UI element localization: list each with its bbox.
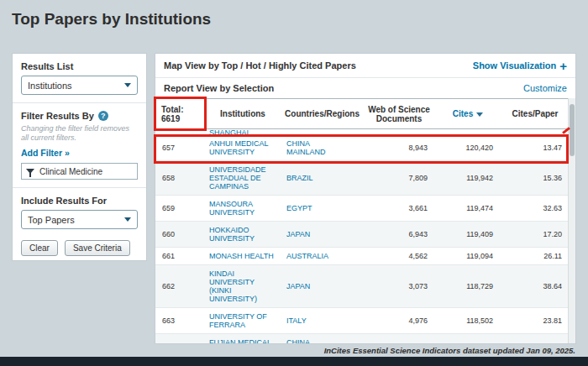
documents-cell: 4,562 [363,248,435,265]
col-institutions[interactable]: Institutions [204,99,281,129]
map-view-title: Map View by Top / Hot / Highly Cited Pap… [164,60,356,71]
divider [13,102,146,103]
institution-link[interactable]: HOKKAIDO UNIVERSITY [204,222,281,248]
cites-cell: 120,420 [435,135,501,161]
include-results-label: Include Results For [21,196,138,206]
customize-link[interactable]: Customize [523,83,567,93]
cites-per-paper-cell: 15.36 [501,161,568,196]
country-link[interactable]: AUSTRALIA [281,248,363,265]
main-panel: Map View by Top / Hot / Highly Cited Pap… [155,53,576,344]
page: Top Papers by Institutions Results List … [0,0,588,366]
institution-link[interactable]: MANSOURA UNIVERSITY [204,196,281,222]
cites-cell: 118,502 [435,308,501,334]
col-cites[interactable]: Cites [435,99,501,129]
institution-link[interactable]: ANHUI MEDICAL UNIVERSITY [204,135,281,161]
table-row-664: 664 FUJIAN MEDICAL UNIVERSITY CHINA MAIN… [155,334,568,344]
documents-cell [363,129,435,136]
country-link[interactable]: CHINA MAINLAND [281,334,363,344]
rank-cell: 658 [155,161,204,196]
documents-cell: 11,512 [363,334,435,344]
table-header-row: Total: 6619 Institutions Countries/Regio… [155,99,568,129]
report-view-bar: Report View by Selection Customize [155,78,575,98]
results-table-wrap: Total: 6619 Institutions Countries/Regio… [155,98,568,343]
show-visualization-label: Show Visualization [473,60,556,71]
col-cites-per-paper[interactable]: Cites/Paper [501,99,568,129]
country-link[interactable]: BRAZIL [281,161,363,196]
institution-link[interactable]: FUJIAN MEDICAL UNIVERSITY [204,334,281,344]
rank-cell: 660 [155,222,204,248]
table-row-660: 660 HOKKAIDO UNIVERSITY JAPAN 6,943 119,… [155,222,568,248]
report-view-title: Report View by Selection [164,83,274,93]
help-icon[interactable]: ? [98,111,108,121]
results-table: Total: 6619 Institutions Countries/Regio… [155,98,568,343]
table-row-661: 661 MONASH HEALTH AUSTRALIA 4,562 119,09… [155,248,568,265]
show-visualization-link[interactable]: Show Visualization + [473,59,567,73]
chevron-down-icon [124,83,131,87]
save-criteria-button[interactable]: Save Criteria [65,240,130,256]
sort-desc-icon [476,112,483,117]
col-wos-documents[interactable]: Web of Science Documents [363,99,435,129]
table-scrollbar[interactable] [568,98,575,343]
cites-per-paper-cell: 32.63 [501,196,568,222]
dataset-update-note: InCites Essential Science Indicators dat… [324,346,575,355]
filter-by-row: Filter Results By ? [21,111,138,121]
bottom-bar [0,357,588,366]
partial-row: SHANGHAI... [155,129,568,136]
clear-button[interactable]: Clear [21,240,58,256]
rank-cell: 659 [155,196,204,222]
country-link[interactable]: ITALY [281,308,363,334]
results-list-value: Institutions [28,81,72,91]
page-title: Top Papers by Institutions [12,10,211,29]
include-results-select[interactable]: Top Papers [21,210,138,229]
rank-cell: 664 [155,334,204,344]
sidebar: Results List Institutions Filter Results… [12,53,147,261]
country-link[interactable]: JAPAN [281,222,363,248]
table-row-663: 663 UNIVERSITY OF FERRARA ITALY 4,976 11… [155,308,568,334]
documents-cell: 7,809 [363,161,435,196]
filter-by-label: Filter Results By [21,111,94,121]
documents-cell: 8,943 [363,135,435,161]
col-countries-regions[interactable]: Countries/Regions [281,99,363,129]
filter-icon [26,169,34,174]
country-link[interactable]: CHINA MAINLAND [281,135,363,161]
include-results-value: Top Papers [28,215,75,225]
institution-link[interactable]: MONASH HEALTH [204,248,281,265]
filter-note: Changing the filter field removes all cu… [21,124,138,143]
rank-cell: 661 [155,248,204,265]
institution-link[interactable]: KINDAI UNIVERSITY (KINKI UNIVERSITY) [204,265,281,308]
map-view-bar: Map View by Top / Hot / Highly Cited Pap… [155,54,575,78]
cites-per-paper-cell: 23.81 [501,308,568,334]
country-link[interactable]: JAPAN [281,265,363,308]
institution-link[interactable]: SHANGHAI... [204,129,281,136]
total-value: 6619 [161,114,201,123]
total-label: Total: [161,105,201,114]
cites-cell [435,129,501,136]
cites-cell: 118,729 [435,265,501,308]
scrollbar-thumb[interactable] [570,104,575,156]
country-link[interactable]: EGYPT [281,196,363,222]
country-cell [281,129,363,136]
rank-cell [155,129,204,136]
active-filter[interactable]: Clinical Medicine [21,163,138,180]
institution-link[interactable]: UNIVERSIDADE ESTADUAL DE CAMPINAS [204,161,281,196]
divider [13,187,146,188]
cites-per-paper-cell: 26.11 [501,248,568,265]
cites-header-label: Cites [453,109,473,118]
rank-cell: 663 [155,308,204,334]
results-list-select[interactable]: Institutions [21,76,138,95]
table-row-657: 657 ANHUI MEDICAL UNIVERSITY CHINA MAINL… [155,135,568,161]
institution-link[interactable]: UNIVERSITY OF FERRARA [204,308,281,334]
rank-cell: 662 [155,265,204,308]
chevron-down-icon [124,217,131,222]
documents-cell: 3,661 [363,196,435,222]
cites-cell: 119,474 [435,196,501,222]
add-filter-link[interactable]: Add Filter » [21,148,70,158]
cites-per-paper-cell [501,129,568,136]
cites-per-paper-cell: 10.25 [501,334,568,344]
partial-institution-text: SHANGHAI... [209,129,276,135]
plus-icon: + [559,59,567,73]
table-row-662: 662 KINDAI UNIVERSITY (KINKI UNIVERSITY)… [155,265,568,308]
cites-cell: 119,409 [435,222,501,248]
results-list-label: Results List [21,61,138,71]
documents-cell: 3,073 [363,265,435,308]
